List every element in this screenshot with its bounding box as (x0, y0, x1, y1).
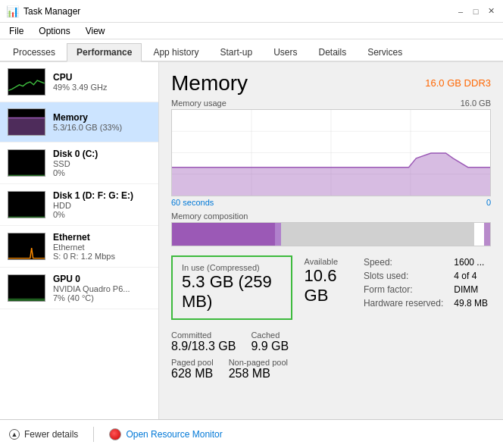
available-label: Available (305, 257, 353, 266)
tab-app-history[interactable]: App history (143, 43, 208, 61)
tab-bar: Processes Performance App history Start-… (0, 39, 503, 62)
gpu0-name: GPU 0 (53, 274, 151, 284)
committed-box: Committed 8.9/18.3 GB (171, 331, 236, 353)
committed-label: Committed (171, 331, 236, 340)
tab-details[interactable]: Details (308, 43, 356, 61)
bottom-divider (93, 427, 94, 442)
resource-monitor-label: Open Resource Monitor (126, 429, 222, 440)
chart-label-row: Memory usage 16.0 GB (171, 99, 491, 108)
disk0-type: SSD (53, 159, 151, 168)
in-use-box: In use (Compressed) 5.3 GB (259 MB) (171, 255, 292, 320)
speed-label: Speed: (361, 255, 451, 269)
stats-left: In use (Compressed) 5.3 GB (259 MB) Avai… (171, 255, 353, 381)
composition-bar (171, 222, 491, 246)
memory-mini-graph (8, 108, 45, 136)
tab-startup[interactable]: Start-up (210, 43, 262, 61)
title-bar-controls: – □ ✕ (455, 5, 497, 17)
tab-processes[interactable]: Processes (3, 43, 65, 61)
memory-name: Memory (53, 112, 151, 123)
tab-services[interactable]: Services (358, 43, 412, 61)
hw-label: Hardware reserved: (361, 296, 451, 310)
tab-performance[interactable]: Performance (67, 43, 142, 62)
menu-options[interactable]: Options (36, 25, 73, 37)
disk0-usage: 0% (53, 168, 151, 177)
gpu0-mini-graph (8, 274, 45, 302)
memory-detail: 5.3/16.0 GB (33%) (53, 123, 151, 132)
disk1-name: Disk 1 (D: F: G: E:) (53, 190, 151, 201)
hw-value: 49.8 MB (451, 296, 491, 310)
sidebar-item-cpu[interactable]: CPU 49% 3.49 GHz (0, 62, 158, 102)
svg-rect-7 (8, 217, 45, 218)
sidebar-item-disk0[interactable]: Disk 0 (C:) SSD 0% (0, 143, 158, 184)
nonpaged-value: 258 MB (229, 367, 288, 381)
svg-rect-4 (8, 150, 45, 177)
sidebar-item-disk1[interactable]: Disk 1 (D: F: G: E:) HDD 0% (0, 184, 158, 226)
composition-section: Memory composition (171, 211, 491, 246)
gpu0-info: GPU 0 NVIDIA Quadro P6... 7% (40 °C) (53, 274, 151, 302)
title-bar-left: 📊 Task Manager (6, 5, 80, 17)
committed-value: 8.9/18.3 GB (171, 340, 236, 353)
memory-usage-chart: Memory usage 16.0 GB (171, 99, 491, 207)
sidebar-item-gpu0[interactable]: GPU 0 NVIDIA Quadro P6... 7% (40 °C) (0, 268, 158, 309)
menu-view[interactable]: View (83, 25, 108, 37)
ethernet-name: Ethernet (53, 232, 151, 243)
paged-value: 628 MB (171, 367, 214, 381)
cpu-mini-graph (8, 68, 45, 96)
comp-standby (281, 223, 474, 246)
sidebar-item-ethernet[interactable]: Ethernet Ethernet S: 0 R: 1.2 Mbps (0, 226, 158, 268)
right-panel: Memory 16.0 GB DDR3 Memory usage 16.0 GB (159, 62, 503, 419)
chart-max: 16.0 GB (461, 99, 491, 108)
ethernet-speed: S: 0 R: 1.2 Mbps (53, 252, 151, 261)
main-content: CPU 49% 3.49 GHz Memory 5.3/16.0 GB (33%… (0, 62, 503, 419)
ethernet-type: Ethernet (53, 243, 151, 252)
in-use-label: In use (Compressed) (182, 263, 282, 272)
composition-label: Memory composition (171, 211, 491, 221)
speed-value: 1600 ... (451, 255, 491, 269)
svg-rect-0 (8, 69, 44, 95)
close-button[interactable]: ✕ (485, 5, 497, 17)
bottom-bar: ▲ Fewer details Open Resource Monitor (0, 419, 503, 448)
gpu0-model: NVIDIA Quadro P6... (53, 284, 151, 293)
svg-rect-10 (8, 299, 45, 302)
cached-value: 9.9 GB (251, 340, 289, 353)
fewer-details-button[interactable]: ▲ Fewer details (9, 429, 78, 440)
svg-rect-9 (8, 275, 45, 302)
fewer-details-label: Fewer details (24, 429, 78, 440)
disk1-mini-graph (8, 191, 45, 218)
form-value: DIMM (451, 283, 491, 296)
comp-free (474, 223, 483, 246)
available-value: 10.6 GB (305, 266, 353, 306)
maximize-button[interactable]: □ (470, 5, 482, 17)
in-use-value: 5.3 GB (259 MB) (182, 272, 282, 312)
resource-monitor-icon (109, 428, 121, 440)
disk1-usage: 0% (53, 210, 151, 219)
slots-value: 4 of 4 (451, 269, 491, 283)
title-bar: 📊 Task Manager – □ ✕ (0, 0, 503, 23)
nonpaged-label: Non-paged pool (229, 358, 288, 367)
chevron-up-icon: ▲ (9, 429, 20, 440)
tab-users[interactable]: Users (264, 43, 307, 61)
disk0-name: Disk 0 (C:) (53, 149, 151, 159)
app-title: Task Manager (23, 6, 80, 17)
menu-file[interactable]: File (6, 25, 27, 37)
svg-rect-6 (8, 192, 45, 218)
cached-label: Cached (251, 331, 289, 340)
chart-time-end: 0 (486, 198, 491, 207)
nonpaged-box: Non-paged pool 258 MB (229, 358, 288, 381)
minimize-button[interactable]: – (455, 5, 467, 17)
chart-container (171, 109, 491, 196)
chart-time-start: 60 seconds (171, 198, 214, 207)
comp-modified (275, 223, 281, 246)
ethernet-info: Ethernet Ethernet S: 0 R: 1.2 Mbps (53, 232, 151, 261)
chart-bottom-labels: 60 seconds 0 (171, 198, 491, 207)
resource-monitor-button[interactable]: Open Resource Monitor (109, 428, 222, 440)
cpu-detail: 49% 3.49 GHz (53, 83, 151, 92)
comp-inuse (172, 223, 275, 246)
slots-label: Slots used: (361, 269, 451, 283)
disk0-info: Disk 0 (C:) SSD 0% (53, 149, 151, 177)
app-icon: 📊 (6, 5, 19, 17)
cached-box: Cached 9.9 GB (251, 331, 289, 353)
panel-title: Memory (171, 71, 248, 96)
sidebar-item-memory[interactable]: Memory 5.3/16.0 GB (33%) (0, 102, 158, 143)
comp-end (484, 223, 490, 246)
